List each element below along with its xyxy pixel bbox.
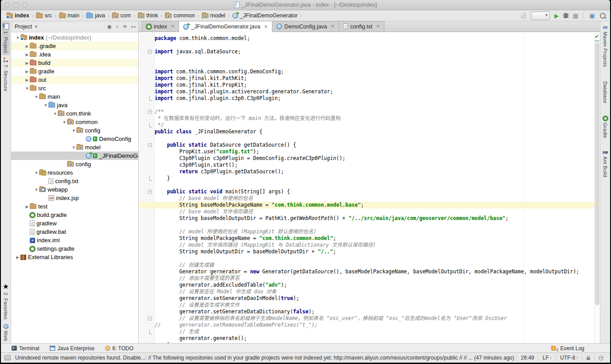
editor-tab-config-txt[interactable]: config.txt✕ bbox=[339, 21, 384, 32]
close-tab-icon[interactable]: ✕ bbox=[264, 24, 268, 30]
editor-scrollbar[interactable]: ✔∿∿ bbox=[594, 32, 600, 343]
inspection-status-icon[interactable]: ✔∿∿ bbox=[595, 34, 599, 43]
close-tab-icon[interactable]: ✕ bbox=[376, 24, 380, 29]
error-stripe-mark[interactable] bbox=[595, 203, 599, 204]
fold-end-icon[interactable] bbox=[149, 329, 152, 334]
hide-panel-icon[interactable]: ↦ bbox=[131, 24, 136, 30]
tree-row-out[interactable]: ▶out bbox=[11, 76, 138, 84]
tree-open-arrow-icon[interactable]: ▼ bbox=[15, 36, 20, 40]
update-project-icon[interactable]: ↓011001 bbox=[520, 12, 526, 19]
tool-window-button-web[interactable]: Web bbox=[2, 322, 9, 343]
editor-tab--jfinaldemogenerator-java[interactable]: _JFinalDemoGenerator.java✕ bbox=[179, 21, 272, 32]
close-window-button[interactable] bbox=[4, 2, 10, 8]
fold-collapse-icon[interactable] bbox=[148, 190, 152, 194]
tool-window-button-7-structure[interactable]: 7: Structure bbox=[2, 55, 9, 93]
close-tab-icon[interactable]: ✕ bbox=[331, 24, 335, 29]
tree-row-index[interactable]: ▼index (~/Desktop/index) bbox=[11, 33, 138, 42]
coverage-icon[interactable]: ▦ bbox=[573, 12, 579, 19]
scrollbar-thumb[interactable] bbox=[595, 42, 599, 305]
line-ending-widget[interactable]: LF↕ bbox=[538, 355, 556, 361]
tree-row-model[interactable]: ▼model bbox=[11, 143, 138, 152]
debug-icon[interactable] bbox=[564, 13, 568, 18]
code-editor[interactable]: package com.think.common.model;import ja… bbox=[139, 32, 594, 343]
breadcrumb-item[interactable]: model bbox=[201, 12, 226, 19]
tree-row-config[interactable]: config bbox=[11, 160, 138, 168]
tool-window-button-database[interactable]: Database bbox=[602, 77, 609, 106]
tree-row--jfinaldemogener[interactable]: _JFinalDemoGener bbox=[11, 152, 138, 160]
fold-collapse-icon[interactable] bbox=[148, 110, 152, 114]
tree-row-gradlew-bat[interactable]: gradlew.bat bbox=[11, 228, 138, 236]
locate-file-icon[interactable]: ◉ bbox=[107, 24, 112, 30]
tree-closed-arrow-icon[interactable]: ▶ bbox=[24, 69, 30, 74]
fold-collapse-icon[interactable] bbox=[148, 50, 152, 54]
tree-row-resources[interactable]: ▼resources bbox=[11, 168, 138, 177]
breadcrumb-item[interactable]: java bbox=[85, 12, 106, 19]
tool-window-button-java-enterprise[interactable]: Java Enterprise bbox=[50, 345, 94, 352]
fold-end-icon[interactable] bbox=[149, 123, 152, 128]
tree-open-arrow-icon[interactable]: ▼ bbox=[34, 171, 39, 175]
tree-open-arrow-icon[interactable]: ▼ bbox=[43, 103, 48, 108]
run-icon[interactable]: ▶ bbox=[555, 13, 559, 19]
tree-closed-arrow-icon[interactable]: ▶ bbox=[24, 44, 30, 48]
tree-row-main[interactable]: ▼main bbox=[11, 92, 138, 101]
tool-window-button-ant-build[interactable]: Ant Build bbox=[602, 148, 609, 180]
tree-row-java[interactable]: ▼java bbox=[11, 101, 138, 109]
tree-open-arrow-icon[interactable]: ▼ bbox=[71, 145, 76, 150]
project-tree[interactable]: ▼index (~/Desktop/index)▶.gradle▶.idea▶b… bbox=[11, 32, 138, 343]
breadcrumb-item[interactable]: common bbox=[164, 12, 196, 19]
tree-row-webapp[interactable]: ▼webapp bbox=[11, 185, 138, 194]
project-structure-icon[interactable]: ▣ bbox=[589, 12, 595, 19]
fold-collapse-icon[interactable] bbox=[148, 143, 152, 147]
tree-open-arrow-icon[interactable]: ▼ bbox=[52, 112, 58, 116]
tree-closed-arrow-icon[interactable]: ▶ bbox=[24, 204, 30, 209]
editor-tab-democonfig-java[interactable]: DemoConfig.java✕ bbox=[272, 21, 339, 32]
breadcrumb-item[interactable]: _JFinalDemoGenerator bbox=[232, 12, 299, 19]
breadcrumb-item[interactable]: think bbox=[137, 12, 159, 19]
tree-row-common[interactable]: ▼common bbox=[11, 118, 138, 126]
tree-closed-arrow-icon[interactable]: ▶ bbox=[24, 61, 30, 65]
breadcrumb-item[interactable]: src bbox=[35, 12, 53, 19]
fold-collapse-icon[interactable] bbox=[148, 316, 152, 320]
tree-row-build-gradle[interactable]: build.gradle bbox=[11, 211, 138, 219]
project-view-selector[interactable]: Project ▼ bbox=[15, 24, 38, 30]
fold-end-icon[interactable] bbox=[149, 176, 152, 181]
fold-end-icon[interactable] bbox=[149, 343, 152, 343]
tree-open-arrow-icon[interactable]: ▼ bbox=[34, 95, 39, 99]
encoding-widget[interactable]: UTF-8↕ bbox=[556, 355, 583, 361]
minimize-window-button[interactable] bbox=[13, 2, 19, 8]
fold-end-icon[interactable] bbox=[149, 96, 152, 101]
tool-window-button-1-project[interactable]: 1: Project bbox=[2, 21, 10, 55]
tree-row-src[interactable]: ▼src bbox=[11, 84, 138, 92]
breadcrumb-item[interactable]: main bbox=[58, 12, 80, 19]
tree-closed-arrow-icon[interactable]: ▶ bbox=[24, 52, 30, 57]
highlighting-level-widget[interactable] bbox=[594, 355, 607, 361]
tree-row-index-jsp[interactable]: index.jsp bbox=[11, 194, 138, 202]
tree-open-arrow-icon[interactable]: ▼ bbox=[62, 120, 67, 124]
tree-row-settings-gradle[interactable]: settings.gradle bbox=[11, 244, 138, 253]
tool-window-button-terminal[interactable]: Terminal bbox=[12, 345, 39, 352]
status-message[interactable]: Unindexed remote maven repositories foun… bbox=[15, 355, 514, 361]
tree-row-config[interactable]: ▼config bbox=[11, 126, 138, 135]
gear-icon[interactable]: ✳ bbox=[123, 24, 127, 30]
tree-row-index-iml[interactable]: index.iml bbox=[11, 236, 138, 244]
tree-row-test[interactable]: ▶test bbox=[11, 202, 138, 211]
zoom-window-button[interactable] bbox=[22, 2, 28, 8]
tool-window-button-6-todo[interactable]: 6: TODO bbox=[105, 345, 134, 352]
tree-row-democonfig[interactable]: DemoConfig bbox=[11, 135, 138, 143]
tool-window-button-gradle[interactable]: Gradle bbox=[602, 114, 609, 140]
editor-tab-index[interactable]: index✕ bbox=[142, 21, 179, 32]
tree-open-arrow-icon[interactable]: ▼ bbox=[24, 86, 30, 91]
tool-window-button-maven-projects[interactable]: mMaven Projects bbox=[602, 22, 609, 69]
tool-window-button-2-favorites[interactable]: ★2: Favorites bbox=[2, 280, 10, 322]
lock-widget[interactable] bbox=[582, 355, 594, 361]
tree-open-arrow-icon[interactable]: ▼ bbox=[34, 188, 39, 192]
tree-row-config-txt[interactable]: config.txt bbox=[11, 177, 138, 185]
tool-window-toggle-icon[interactable] bbox=[4, 355, 11, 360]
event-log-button[interactable]: 2 Event Log bbox=[551, 345, 584, 352]
tree-row-gradle[interactable]: ▶gradle bbox=[11, 67, 138, 76]
breadcrumb-item[interactable]: index bbox=[5, 12, 30, 19]
tree-row--idea[interactable]: ▶.idea bbox=[11, 50, 138, 59]
close-tab-icon[interactable]: ✕ bbox=[171, 24, 175, 29]
search-icon[interactable] bbox=[600, 13, 606, 19]
tree-closed-arrow-icon[interactable]: ▶ bbox=[24, 78, 30, 82]
